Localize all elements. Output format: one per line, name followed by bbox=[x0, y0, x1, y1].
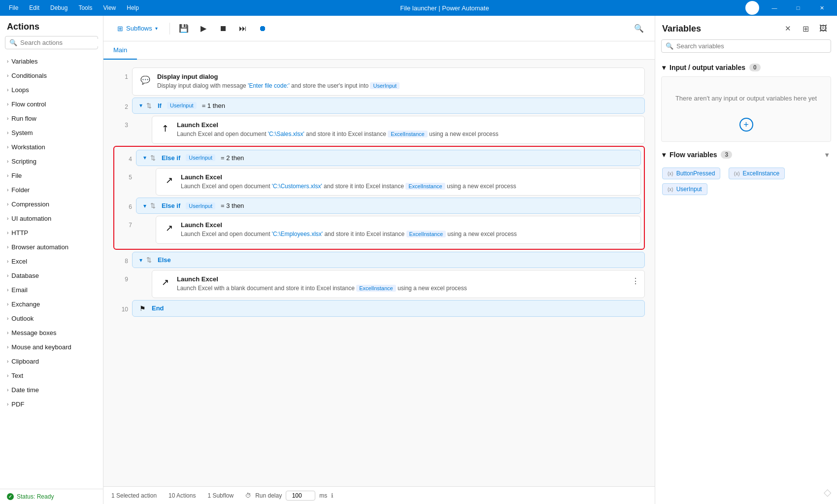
toolbar: ⊞ Subflows ▾ 💾 ▶ ⏹ ⏭ ⏺ 🔍 bbox=[103, 16, 655, 41]
action-item-folder[interactable]: › Folder bbox=[0, 183, 103, 197]
action-item-file[interactable]: › File bbox=[0, 168, 103, 183]
search-button[interactable]: 🔍 bbox=[631, 21, 647, 36]
chevron-icon: › bbox=[7, 116, 8, 121]
menu-debug[interactable]: Debug bbox=[45, 2, 72, 13]
flow-collapse-icon[interactable]: ▾ bbox=[662, 151, 666, 159]
app-body: Actions 🔍 › Variables › Conditionals › L… bbox=[0, 16, 837, 504]
step-button[interactable]: ⏭ bbox=[235, 21, 251, 36]
action-item-mouse-keyboard[interactable]: › Mouse and keyboard bbox=[0, 340, 103, 354]
step-content-10: ⚑ End bbox=[132, 300, 645, 317]
maximize-button[interactable]: □ bbox=[787, 0, 809, 16]
menu-tools[interactable]: Tools bbox=[73, 2, 97, 13]
step-block-launch-excel-1[interactable]: ↗ Launch Excel Launch Excel and open doc… bbox=[152, 116, 645, 144]
step-content-7: ↗ Launch Excel Launch Excel and open doc… bbox=[156, 216, 641, 244]
action-item-workstation[interactable]: › Workstation bbox=[0, 140, 103, 154]
close-button[interactable]: ✕ bbox=[810, 0, 833, 16]
action-item-ui-automation[interactable]: › UI automation bbox=[0, 211, 103, 226]
menu-view[interactable]: View bbox=[98, 2, 121, 13]
minimize-button[interactable]: — bbox=[763, 0, 786, 16]
link-customers: 'C:\Customers.xlsx' bbox=[272, 183, 322, 190]
step-block-display-input[interactable]: 💬 Display input dialog Display input dia… bbox=[132, 67, 645, 96]
step-content-5: ↗ Launch Excel Launch Excel and open doc… bbox=[156, 168, 641, 196]
action-item-loops[interactable]: › Loops bbox=[0, 83, 103, 97]
if-block[interactable]: ▾ ⇅ If UserInput = 1 then bbox=[132, 98, 645, 114]
variables-search-input[interactable] bbox=[676, 42, 827, 50]
var-chip-excel-instance[interactable]: (x) ExcelInstance bbox=[729, 168, 785, 179]
variables-image-icon[interactable]: 🖼 bbox=[816, 22, 830, 35]
window-controls[interactable]: — □ ✕ bbox=[763, 0, 833, 16]
collapse-icon[interactable]: ▾ bbox=[139, 102, 142, 109]
action-item-system[interactable]: › System bbox=[0, 126, 103, 140]
chevron-icon: › bbox=[7, 287, 8, 293]
stop-button[interactable]: ⏹ bbox=[215, 21, 231, 36]
io-section-title: Input / output variables bbox=[670, 64, 745, 71]
flow-step-10: 10 ⚑ End bbox=[113, 300, 645, 317]
tabs-area: Main bbox=[103, 41, 655, 60]
flow-step-4: 4 ▾ ⇅ Else if UserInput = 2 then bbox=[117, 150, 641, 166]
action-item-scripting[interactable]: › Scripting bbox=[0, 154, 103, 168]
action-item-pdf[interactable]: › PDF bbox=[0, 397, 103, 411]
menu-bar[interactable]: File Edit Debug Tools View Help bbox=[4, 2, 144, 13]
else-if-block-1[interactable]: ▾ ⇅ Else if UserInput = 2 then bbox=[136, 150, 641, 166]
var-chip-user-input[interactable]: (x) UserInput bbox=[662, 183, 707, 195]
actions-search-input[interactable] bbox=[20, 39, 103, 46]
io-collapse-icon[interactable]: ▾ bbox=[662, 64, 666, 71]
io-variables-section: ▾ Input / output variables 0 There aren'… bbox=[655, 59, 837, 142]
step-block-launch-excel-2[interactable]: ↗ Launch Excel Launch Excel and open doc… bbox=[156, 168, 641, 196]
action-item-outlook[interactable]: › Outlook bbox=[0, 311, 103, 326]
action-item-datetime[interactable]: › Date time bbox=[0, 383, 103, 397]
step-menu-button[interactable]: ⋮ bbox=[632, 276, 639, 286]
action-item-compression[interactable]: › Compression bbox=[0, 197, 103, 211]
action-item-clipboard[interactable]: › Clipboard bbox=[0, 354, 103, 369]
chevron-icon: › bbox=[7, 316, 8, 321]
action-item-conditionals[interactable]: › Conditionals bbox=[0, 68, 103, 83]
action-item-browser-automation[interactable]: › Browser automation bbox=[0, 240, 103, 254]
io-add-variable-button[interactable]: + bbox=[739, 118, 753, 132]
variables-search-box[interactable]: 🔍 bbox=[661, 39, 831, 53]
end-block[interactable]: ⚑ End bbox=[132, 300, 645, 317]
save-button[interactable]: 💾 bbox=[176, 21, 192, 36]
action-item-email[interactable]: › Email bbox=[0, 283, 103, 297]
step-block-launch-excel-blank[interactable]: ↗ Launch Excel Launch Excel with a blank… bbox=[152, 270, 645, 298]
io-empty-message: There aren't any input or output variabl… bbox=[668, 83, 825, 114]
menu-help[interactable]: Help bbox=[122, 2, 144, 13]
badge-excel-instance-2: ExcelInstance bbox=[405, 183, 445, 190]
action-item-message-boxes[interactable]: › Message boxes bbox=[0, 326, 103, 340]
tab-main[interactable]: Main bbox=[103, 41, 137, 60]
run-delay-input[interactable] bbox=[286, 491, 315, 501]
collapse-icon-3[interactable]: ▾ bbox=[143, 202, 146, 209]
action-item-text[interactable]: › Text bbox=[0, 369, 103, 383]
if-operator: = 1 then bbox=[202, 102, 225, 109]
subflow-count: 1 Subflow bbox=[207, 492, 234, 499]
user-avatar[interactable] bbox=[745, 1, 759, 15]
io-section-header[interactable]: ▾ Input / output variables 0 bbox=[655, 59, 837, 76]
step-block-launch-excel-3[interactable]: ↗ Launch Excel Launch Excel and open doc… bbox=[156, 216, 641, 244]
action-item-http[interactable]: › HTTP bbox=[0, 226, 103, 240]
flow-section-header[interactable]: ▾ Flow variables 3 ▼ bbox=[655, 146, 837, 164]
menu-edit[interactable]: Edit bbox=[24, 2, 44, 13]
record-button[interactable]: ⏺ bbox=[255, 21, 270, 36]
filter-icon[interactable]: ▼ bbox=[824, 151, 830, 159]
else-if-block-2[interactable]: ▾ ⇅ Else if UserInput = 3 then bbox=[136, 198, 641, 214]
action-item-exchange[interactable]: › Exchange bbox=[0, 297, 103, 311]
action-item-excel[interactable]: › Excel bbox=[0, 254, 103, 269]
subflows-button[interactable]: ⊞ Subflows ▾ bbox=[111, 22, 164, 35]
chevron-icon: › bbox=[7, 244, 8, 250]
else-block[interactable]: ▾ ⇅ Else bbox=[132, 252, 645, 268]
action-item-flow-control[interactable]: › Flow control bbox=[0, 97, 103, 111]
menu-file[interactable]: File bbox=[4, 2, 23, 13]
collapse-icon-2[interactable]: ▾ bbox=[143, 154, 146, 161]
action-item-variables[interactable]: › Variables bbox=[0, 54, 103, 68]
var-chip-button-pressed[interactable]: (x) ButtonPressed bbox=[662, 168, 720, 179]
subflows-icon: ⊞ bbox=[117, 25, 123, 33]
variables-close-button[interactable]: ✕ bbox=[781, 22, 795, 35]
run-button[interactable]: ▶ bbox=[196, 21, 211, 36]
variables-layers-icon[interactable]: ⊞ bbox=[799, 22, 812, 35]
actions-search-box[interactable]: 🔍 bbox=[5, 36, 98, 49]
badge-userinput-elseif2: UserInput bbox=[186, 202, 215, 209]
actions-header: Actions bbox=[0, 16, 103, 36]
flow-canvas[interactable]: 1 💬 Display input dialog Display input d… bbox=[103, 60, 655, 486]
action-item-database[interactable]: › Database bbox=[0, 269, 103, 283]
collapse-icon-4[interactable]: ▾ bbox=[139, 257, 142, 264]
action-item-run-flow[interactable]: › Run flow bbox=[0, 111, 103, 126]
